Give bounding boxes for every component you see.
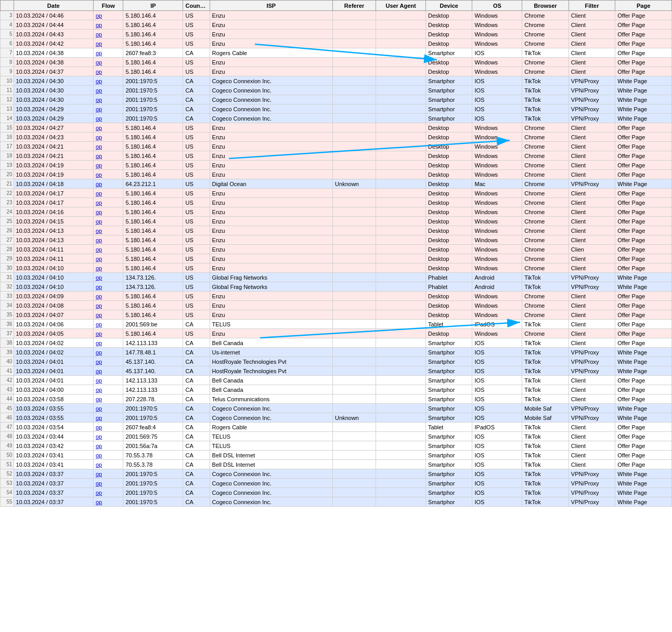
flow-link[interactable]: op bbox=[96, 377, 102, 384]
table-row[interactable]: 5410.03.2024 / 03:37op2001:1970:5CACogec… bbox=[1, 488, 672, 497]
table-row[interactable]: 810.03.2024 / 04:38op5.180.146.4USEnzuDe… bbox=[1, 58, 672, 67]
cell-flow[interactable]: op bbox=[93, 254, 123, 264]
flow-link[interactable]: op bbox=[96, 228, 102, 234]
col-ip-header[interactable]: IP bbox=[123, 1, 183, 11]
cell-flow[interactable]: op bbox=[93, 189, 123, 198]
flow-link[interactable]: op bbox=[96, 443, 102, 449]
table-row[interactable]: 3010.03.2024 / 04:10op5.180.146.4USEnzuD… bbox=[1, 264, 672, 273]
flow-link[interactable]: op bbox=[96, 396, 102, 402]
cell-flow[interactable]: op bbox=[93, 39, 123, 48]
table-row[interactable]: 710.03.2024 / 04:38op2607:fea8:3CARogers… bbox=[1, 48, 672, 58]
cell-flow[interactable]: op bbox=[93, 394, 123, 404]
cell-flow[interactable]: op bbox=[93, 404, 123, 413]
flow-link[interactable]: op bbox=[96, 143, 102, 150]
cell-flow[interactable]: op bbox=[93, 217, 123, 226]
cell-flow[interactable]: op bbox=[93, 292, 123, 301]
table-row[interactable]: 2710.03.2024 / 04:13op5.180.146.4USEnzuD… bbox=[1, 235, 672, 245]
table-row[interactable]: 3310.03.2024 / 04:09op5.180.146.4USEnzuD… bbox=[1, 292, 672, 301]
flow-link[interactable]: op bbox=[96, 387, 102, 393]
table-row[interactable]: 5110.03.2024 / 03:41op70.55.3.78CABell D… bbox=[1, 460, 672, 469]
flow-link[interactable]: op bbox=[96, 274, 102, 281]
cell-flow[interactable]: op bbox=[93, 310, 123, 320]
cell-flow[interactable]: op bbox=[93, 273, 123, 282]
cell-flow[interactable]: op bbox=[93, 67, 123, 76]
flow-link[interactable]: op bbox=[96, 321, 102, 327]
col-isp-header[interactable]: ISP bbox=[210, 1, 332, 11]
cell-flow[interactable]: op bbox=[93, 58, 123, 67]
table-row[interactable]: 410.03.2024 / 04:44op5.180.146.4USEnzuDe… bbox=[1, 20, 672, 30]
cell-flow[interactable]: op bbox=[93, 366, 123, 376]
flow-link[interactable]: op bbox=[96, 340, 102, 346]
flow-link[interactable]: op bbox=[96, 415, 102, 421]
flow-link[interactable]: op bbox=[96, 69, 102, 75]
table-row[interactable]: 3110.03.2024 / 04:10op134.73.126.USGloba… bbox=[1, 273, 672, 282]
table-row[interactable]: 310.03.2024 / 04:46op5.180.146.4USEnzuDe… bbox=[1, 11, 672, 20]
flow-link[interactable]: op bbox=[96, 200, 102, 206]
table-row[interactable]: 1310.03.2024 / 04:29op2001:1970:5CACogec… bbox=[1, 104, 672, 114]
table-row[interactable]: 2210.03.2024 / 04:17op5.180.146.4USEnzuD… bbox=[1, 189, 672, 198]
table-row[interactable]: 3710.03.2024 / 04:05op5.180.146.4USEnzuD… bbox=[1, 329, 672, 338]
flow-link[interactable]: op bbox=[96, 312, 102, 318]
flow-link[interactable]: op bbox=[96, 209, 102, 215]
cell-flow[interactable]: op bbox=[93, 48, 123, 58]
col-browser-header[interactable]: Browser bbox=[522, 1, 568, 11]
cell-flow[interactable]: op bbox=[93, 348, 123, 357]
table-row[interactable]: 4210.03.2024 / 04:01op142.113.133CABell … bbox=[1, 376, 672, 385]
flow-link[interactable]: op bbox=[96, 87, 102, 94]
table-row[interactable]: 4810.03.2024 / 03:44op2001:569:75CATELUS… bbox=[1, 432, 672, 441]
flow-link[interactable]: op bbox=[96, 424, 102, 430]
flow-link[interactable]: op bbox=[96, 331, 102, 337]
table-row[interactable]: 4610.03.2024 / 03:55op2001:1970:5CACogec… bbox=[1, 413, 672, 423]
table-row[interactable]: 1510.03.2024 / 04:27op5.180.146.4USEnzuD… bbox=[1, 123, 672, 133]
cell-flow[interactable]: op bbox=[93, 142, 123, 151]
flow-link[interactable]: op bbox=[96, 405, 102, 412]
table-row[interactable]: 4710.03.2024 / 03:54op2607:fea8:4CARoger… bbox=[1, 423, 672, 432]
cell-flow[interactable]: op bbox=[93, 385, 123, 394]
table-row[interactable]: 1810.03.2024 / 04:21op5.180.146.4USEnzuD… bbox=[1, 151, 672, 161]
flow-link[interactable]: op bbox=[96, 265, 102, 271]
table-row[interactable]: 510.03.2024 / 04:43op5.180.146.4USEnzuDe… bbox=[1, 30, 672, 39]
flow-link[interactable]: op bbox=[96, 462, 102, 468]
table-row[interactable]: 3410.03.2024 / 04:08op5.180.146.4USEnzuD… bbox=[1, 301, 672, 310]
col-device-header[interactable]: Device bbox=[426, 1, 472, 11]
flow-link[interactable]: op bbox=[96, 125, 102, 131]
cell-flow[interactable]: op bbox=[93, 301, 123, 310]
flow-link[interactable]: op bbox=[96, 480, 102, 486]
table-row[interactable]: 2110.03.2024 / 04:18op64.23.212.1USDigit… bbox=[1, 179, 672, 189]
table-row[interactable]: 4110.03.2024 / 04:01op45.137.140.CAHostR… bbox=[1, 366, 672, 376]
col-flow-header[interactable]: Flow bbox=[93, 1, 123, 11]
table-row[interactable]: 4910.03.2024 / 03:42op2001:56a:7aCATELUS… bbox=[1, 441, 672, 451]
flow-link[interactable]: op bbox=[96, 237, 102, 243]
flow-link[interactable]: op bbox=[96, 162, 102, 168]
cell-flow[interactable]: op bbox=[93, 11, 123, 20]
cell-flow[interactable]: op bbox=[93, 226, 123, 235]
flow-link[interactable]: op bbox=[96, 31, 102, 37]
flow-link[interactable]: op bbox=[96, 153, 102, 159]
cell-flow[interactable]: op bbox=[93, 451, 123, 460]
table-row[interactable]: 2910.03.2024 / 04:11op5.180.146.4USEnzuD… bbox=[1, 254, 672, 264]
cell-flow[interactable]: op bbox=[93, 264, 123, 273]
flow-link[interactable]: op bbox=[96, 41, 102, 47]
table-row[interactable]: 5010.03.2024 / 03:41op70.55.3.78CABell D… bbox=[1, 451, 672, 460]
cell-flow[interactable]: op bbox=[93, 207, 123, 217]
flow-link[interactable]: op bbox=[96, 349, 102, 356]
cell-flow[interactable]: op bbox=[93, 114, 123, 123]
col-country-header[interactable]: Country bbox=[183, 1, 210, 11]
flow-link[interactable]: op bbox=[96, 302, 102, 309]
cell-flow[interactable]: op bbox=[93, 460, 123, 469]
table-row[interactable]: 3510.03.2024 / 04:07op5.180.146.4USEnzuD… bbox=[1, 310, 672, 320]
table-row[interactable]: 2510.03.2024 / 04:15op5.180.146.4USEnzuD… bbox=[1, 217, 672, 226]
table-row[interactable]: 2810.03.2024 / 04:11op5.180.146.4USEnzuD… bbox=[1, 245, 672, 254]
flow-link[interactable]: op bbox=[96, 50, 102, 56]
table-row[interactable]: 1410.03.2024 / 04:29op2001:1970:5CACogec… bbox=[1, 114, 672, 123]
cell-flow[interactable]: op bbox=[93, 123, 123, 133]
cell-flow[interactable]: op bbox=[93, 151, 123, 161]
table-row[interactable]: 610.03.2024 / 04:42op5.180.146.4USEnzuDe… bbox=[1, 39, 672, 48]
flow-link[interactable]: op bbox=[96, 97, 102, 103]
flow-link[interactable]: op bbox=[96, 471, 102, 477]
col-filter-header[interactable]: Filter bbox=[568, 1, 615, 11]
cell-flow[interactable]: op bbox=[93, 338, 123, 348]
cell-flow[interactable]: op bbox=[93, 86, 123, 95]
table-row[interactable]: 1910.03.2024 / 04:19op5.180.146.4USEnzuD… bbox=[1, 161, 672, 170]
flow-link[interactable]: op bbox=[96, 134, 102, 140]
